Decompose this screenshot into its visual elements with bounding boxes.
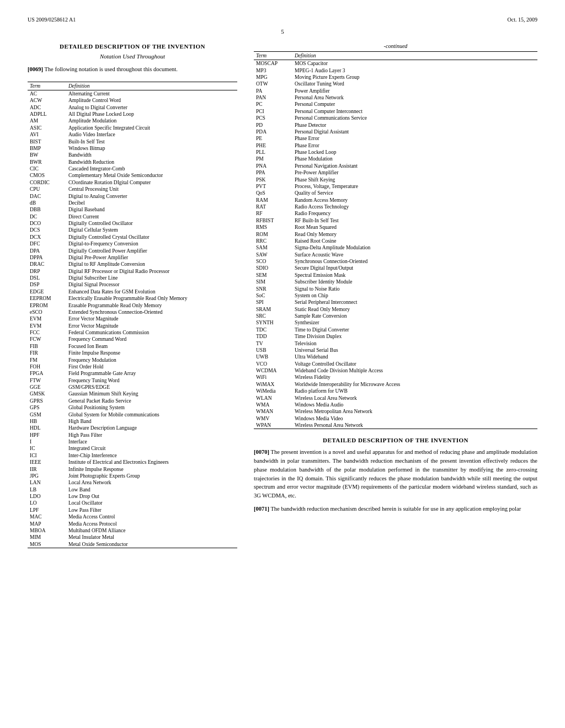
def-cell: GSM/GPRS/EDGE — [66, 384, 237, 390]
main-content: DETAILED DESCRIPTION OF THE INVENTION No… — [28, 43, 537, 548]
term-cell: RAT — [254, 204, 292, 210]
def-cell: Extended Synchronous Connection-Oriented — [66, 309, 237, 315]
table-row: ROMRead Only Memory — [254, 231, 537, 237]
def-cell: Raised Root Cosine — [292, 238, 537, 244]
table-row: SRAMStatic Read Only Memory — [254, 306, 537, 313]
term-cell: EDGE — [28, 288, 66, 295]
def-cell: Audio Video Interface — [66, 131, 237, 138]
term-cell: FIB — [28, 343, 66, 350]
term-cell: RMS — [254, 224, 292, 231]
term-cell: SoC — [254, 292, 292, 299]
table-row: PEPhase Error — [254, 135, 537, 142]
term-cell: PD — [254, 121, 292, 128]
def-cell: Federal Communications Commission — [66, 329, 237, 336]
term-cell: OTW — [254, 81, 292, 87]
table-row: PANPersonal Area Network — [254, 94, 537, 101]
table-row: GSMGlobal System for Mobile communicatio… — [28, 411, 237, 417]
term-cell: DC — [28, 213, 66, 220]
table-row: UWBUltra Wideband — [254, 354, 537, 360]
term-cell: BMP — [28, 145, 66, 152]
table-row: VCOVoltage Controlled Oscillator — [254, 361, 537, 367]
def-cell: Wireless Metropolitan Area Network — [292, 408, 537, 415]
term-cell: GSM — [28, 411, 66, 417]
def-cell: Application Specific Integrated Circuit — [66, 125, 237, 131]
term-cell: SEM — [254, 272, 292, 279]
table-row: DBBDigital Baseband — [28, 206, 237, 213]
term-cell: MPG — [254, 74, 292, 81]
def-cell: Windows Media Audio — [292, 402, 537, 408]
def-cell: Wideband Code Division Multiple Access — [292, 367, 537, 374]
def-cell: Wireless Local Area Network — [292, 394, 537, 401]
table-row: DSPDigital Signal Processor — [28, 281, 237, 288]
table-row: WLANWireless Local Area Network — [254, 394, 537, 401]
term-cell: WPAN — [254, 422, 292, 429]
def-cell: Phase Shift Keying — [292, 176, 537, 183]
def-cell: Time to Digital Converter — [292, 326, 537, 333]
detail-paragraph: [0071] The bandwidth reduction mechanism… — [254, 505, 537, 513]
table-row: TVTelevision — [254, 340, 537, 346]
term-cell: SPI — [254, 299, 292, 306]
def-cell: Oscillator Tuning Word — [292, 81, 537, 87]
def-cell: All Digital Phase Locked Loop — [66, 111, 237, 117]
table-row: WMVWindows Media Video — [254, 415, 537, 422]
term-cell: EPROM — [28, 302, 66, 308]
def-cell: Interface — [66, 438, 237, 445]
col-header-term-right: Term — [254, 52, 292, 60]
table-row: GGEGSM/GPRS/EDGE — [28, 384, 237, 390]
term-cell: GGE — [28, 384, 66, 390]
table-row: EVMError Vector Magnitude — [28, 323, 237, 329]
def-cell: Low Band — [66, 486, 237, 493]
intro-bracket: [0069] — [28, 66, 43, 72]
term-cell: MAC — [28, 513, 66, 520]
term-cell: SDIO — [254, 265, 292, 271]
def-cell: Complementary Metal Oxide Semiconductor — [66, 172, 237, 179]
table-row: PSKPhase Shift Keying — [254, 176, 537, 183]
def-cell: Subscriber Identity Module — [292, 279, 537, 285]
def-cell: Multiband OFDM Alliance — [66, 527, 237, 534]
def-cell: Voltage Controlled Oscillator — [292, 361, 537, 367]
def-cell: Radio Access Technology — [292, 204, 537, 210]
def-cell: Institute of Electrical and Electronics … — [66, 459, 237, 465]
def-cell: Low Drop Out — [66, 493, 237, 500]
table-row: EPROMErasable Programmable Read Only Mem… — [28, 302, 237, 308]
table-row: BISTBuilt-In Self Test — [28, 138, 237, 144]
table-row: PDAPersonal Digital Assistant — [254, 129, 537, 135]
def-cell: Decibel — [66, 200, 237, 206]
term-cell: AC — [28, 90, 66, 97]
table-row: WPANWireless Personal Area Network — [254, 422, 537, 429]
table-row: SEMSpectral Emission Mask — [254, 272, 537, 279]
term-cell: CPU — [28, 186, 66, 192]
def-cell: High Band — [66, 418, 237, 425]
term-cell: DBB — [28, 206, 66, 213]
term-cell: SIM — [254, 279, 292, 285]
def-cell: Signal to Noise Ratio — [292, 285, 537, 292]
term-cell: FPGA — [28, 370, 66, 377]
table-row: FPGAField Programmable Gate Array — [28, 370, 237, 377]
patent-date: Oct. 15, 2009 — [508, 17, 537, 23]
table-row: DPADigitally Controlled Power Amplifier — [28, 247, 237, 254]
def-cell: System on Chip — [292, 292, 537, 299]
def-cell: Sample Rate Conversion — [292, 313, 537, 319]
def-cell: Phase Modulation — [292, 156, 537, 162]
paragraph-bracket: [0070] — [254, 449, 269, 455]
def-cell: Amplitude Modulation — [66, 117, 237, 124]
term-cell: WLAN — [254, 394, 292, 401]
patent-number: US 2009/0258612 A1 — [28, 17, 76, 23]
table-row: IIRInfinite Impulse Response — [28, 465, 237, 472]
def-cell: Static Read Only Memory — [292, 306, 537, 313]
def-cell: Digital-to-Frequency Conversion — [66, 240, 237, 247]
paragraph-bracket: [0071] — [254, 506, 269, 512]
term-cell: ROM — [254, 231, 292, 237]
table-row: IInterface — [28, 438, 237, 445]
term-cell: RRC — [254, 238, 292, 244]
term-cell: PE — [254, 135, 292, 142]
term-cell: ADC — [28, 104, 66, 111]
term-cell: GPS — [28, 404, 66, 411]
term-cell: DRAC — [28, 261, 66, 267]
term-cell: HB — [28, 418, 66, 425]
term-cell: SRC — [254, 313, 292, 319]
term-cell: TDC — [254, 326, 292, 333]
def-cell: Hardware Description Language — [66, 425, 237, 431]
def-cell: Direct Current — [66, 213, 237, 220]
def-cell: Digitally Controlled Oscillator — [66, 220, 237, 227]
